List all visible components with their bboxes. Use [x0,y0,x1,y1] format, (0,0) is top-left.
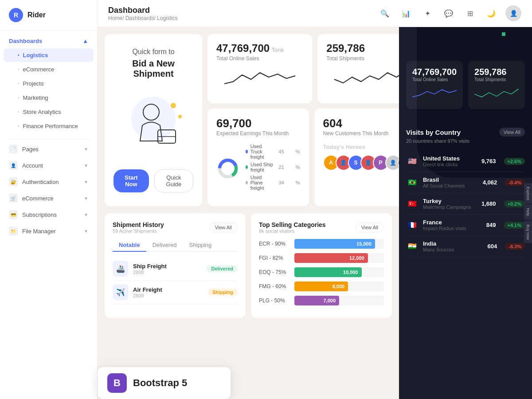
sidebar-parent-files[interactable]: 📁 File Manager ▼ [0,223,97,239]
account-icon: 👤 [9,161,18,170]
bar-label-eoq: EOQ - 75% [259,269,290,275]
countries-title: Visits by Country [406,129,461,136]
dashboards-header[interactable]: Dashboards ▲ [0,34,97,48]
bar-track-eoq: 10,000 [294,267,384,277]
dark-stat-shipments: 259,786 Total Shipments [468,61,525,109]
bar-label-ecr: ECR - 90% [259,241,290,247]
sidebar-parent-ecommerce[interactable]: 🛒 eCommerce ▼ [0,190,97,206]
bar-track-ecr: 15,000 [294,239,384,249]
earnings-card: 69,700 Expected Earnings This Month [207,109,309,206]
sidebar-item-store-analytics[interactable]: Store Analytics [4,105,94,119]
countries-panel: Visits by Country View All 20 countries … [399,121,532,399]
country-info-tr: Turkey Mailchimp Campaigns [423,198,477,210]
grid-icon[interactable]: ⊞ [463,6,477,20]
tab-shipping[interactable]: Shipping [183,239,218,252]
shipments-sparkline [326,66,399,88]
right-panel: Explore Help Buy now 47,769,700 Total On… [399,27,532,399]
tab-delivered[interactable]: Delivered [146,239,183,252]
flag-br: 🇧🇷 [406,178,419,187]
bar-row-fgi: FGI - 82% 12,000 [259,253,384,263]
heroes-label: Today's Heroes [323,144,399,150]
topbar: Dashboard Home/ Dashboards/ Logistics 🔍 … [98,0,532,27]
list-item: 🇹🇷 Turkey Mailchimp Campaigns 1,680 +0.2… [406,193,525,215]
pages-label: Pages [22,146,39,153]
ship-name: Ship Freight [133,263,202,270]
page-title: Dashboard [108,6,178,15]
chevron-down-icon-2: ▼ [84,163,88,168]
hero-card: Quick form to Bid a New Shipment [105,34,202,206]
sidebar-item-marketing[interactable]: Marketing [4,91,94,105]
topbar-right: 🔍 📊 ✦ 💬 ⊞ 🌙 👤 [378,5,521,21]
account-label: Account [22,162,43,169]
start-now-button[interactable]: Start Now [113,169,149,192]
bar-row-fmg: FMG - 60% 8,000 [259,282,384,291]
sidebar-parent-auth[interactable]: 🔐 Authentication ▼ [0,174,97,190]
sidebar-item-logistics[interactable]: Logistics [4,48,94,62]
sidebar-item-ecommerce[interactable]: eCommerce [4,63,94,76]
bar-row-plg: PLG - 50% 7,000 [259,296,384,305]
subscriptions-label: Subscriptions [22,211,57,218]
categories-title: Top Selling Categories [259,221,326,228]
sidebar-item-projects[interactable]: Projects [4,77,94,90]
legend-ship: Used Ship freight 21% [246,162,300,172]
ecommerce-label: eCommerce [22,195,54,202]
chart-icon[interactable]: 📊 [399,6,413,20]
sidebar-item-finance[interactable]: Finance Performance [4,119,94,133]
svg-point-5 [178,115,182,118]
bar-fill-eoq: 10,000 [294,267,362,277]
flag-fr: 🇫🇷 [406,221,419,230]
settings-icon[interactable]: ✦ [420,6,434,20]
app-name: Rider [27,11,46,19]
flag-us: 🇺🇸 [406,157,419,166]
hero-avatar-3: 👤 [385,155,399,171]
categories-view-all-button[interactable]: View All [356,223,384,232]
search-icon[interactable]: 🔍 [378,6,392,20]
sidebar-parent-account[interactable]: 👤 Account ▼ [0,157,97,173]
theme-icon[interactable]: 🌙 [484,6,498,20]
donut-chart [216,153,239,184]
earnings-label: Expected Earnings This Month [216,130,300,137]
messages-icon[interactable]: 💬 [442,6,456,20]
country-info-fr: France Impact Radius visits [423,219,482,231]
shipment-title: Shipment History [113,221,164,228]
file-manager-label: File Manager [22,228,56,235]
tab-notable[interactable]: Notable [113,239,146,252]
countries-subtitle: 20 countries share 97% visits [406,138,525,144]
topbar-left: Dashboard Home/ Dashboards/ Logistics [108,6,178,21]
help-edge-button[interactable]: Help [524,204,532,220]
ship-id-2: 2809 [133,293,203,298]
stat-label-shipments: Total Shipments [326,55,399,62]
sidebar-parent-pages[interactable]: 📄 Pages ▼ [0,141,97,157]
stat-label-sales: Total Online Sales [216,55,303,62]
shipment-history-card: Shipment History 59 Active Shipments Vie… [105,213,246,318]
content-area: Quick form to Bid a New Shipment [98,27,532,399]
ship-freight-icon: 🚢 [113,261,129,277]
flag-tr: 🇹🇷 [406,200,419,208]
categories-card: Top Selling Categories 8k social visitor… [251,213,392,318]
air-freight-icon: ✈️ [113,284,129,300]
chevron-down-icon-4: ▼ [84,196,88,201]
ship-name-2: Air Freight [133,286,203,293]
bar-track-plg: 7,000 [294,296,384,305]
sidebar-logo[interactable]: R Rider [0,0,97,31]
hero-illustration [113,88,193,154]
countries-view-all-button[interactable]: View All [499,128,525,137]
chevron-down-icon: ▼ [84,147,88,152]
dashboards-label: Dashboards [9,38,42,44]
hero-title: Quick form to [132,48,174,56]
explore-edge-button[interactable]: Explore [524,183,532,204]
categories-title-area: Top Selling Categories 8k social visitor… [259,221,326,234]
user-avatar[interactable]: 👤 [505,5,521,21]
table-row: 🚢 Ship Freight 2808 Delivered [113,257,238,281]
buy-now-edge-button[interactable]: Buy now [524,221,532,243]
ship-info-2: Air Freight 2809 [133,286,203,298]
bootstrap-label: Bootstrap 5 [133,377,187,389]
bar-track-fgi: 12,000 [294,253,384,263]
shipment-tabs: Notable Delivered Shipping [113,239,238,252]
countries-header: Visits by Country View All [406,128,525,137]
ship-status-shipping: Shipping [208,289,238,296]
sidebar-parent-subscriptions[interactable]: 💳 Subscriptions ▼ [0,207,97,223]
shipment-view-all-button[interactable]: View All [209,223,238,232]
categories-subtitle: 8k social visitors [259,228,326,234]
quick-guide-button[interactable]: Quick Guide [154,169,193,192]
